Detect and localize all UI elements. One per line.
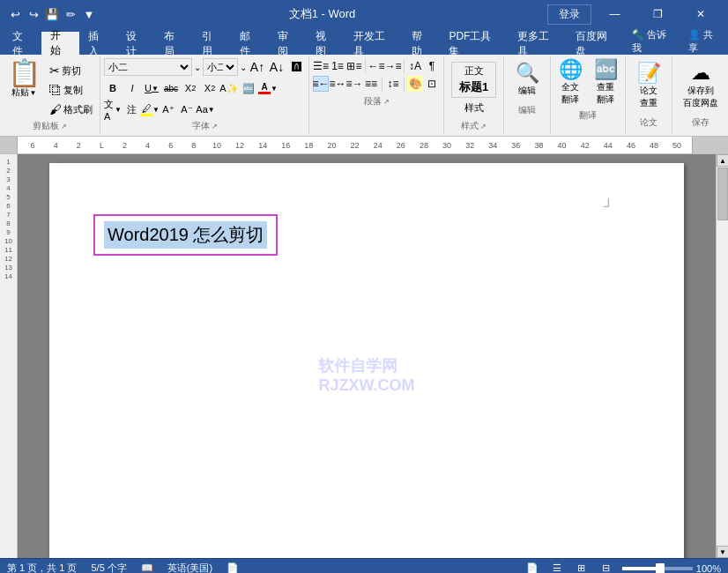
share-button[interactable]: 👤 共享	[681, 28, 728, 55]
font-color-indicator: A	[258, 82, 271, 94]
tab-file[interactable]: 文件	[4, 33, 41, 55]
close-button[interactable]: ✕	[681, 0, 721, 28]
copy-button[interactable]: ⿻ 复制	[46, 81, 96, 99]
page[interactable]: 软件自学网RJZXW.COM ┘ Word2019 怎么剪切	[49, 163, 684, 558]
titlebar-right: 登录 — ❐ ✕	[547, 0, 721, 28]
clear-format-button[interactable]: 🅰	[287, 58, 305, 76]
shading-button[interactable]: 🎨	[407, 76, 423, 92]
italic-button[interactable]: I	[123, 79, 141, 97]
document-title: 文档1 - Word	[289, 6, 356, 22]
format-painter-label: 格式刷	[63, 103, 93, 116]
bold-button[interactable]: B	[104, 79, 122, 97]
highlight-color-button[interactable]: 🖊 ▼	[141, 100, 159, 118]
document-area[interactable]: 软件自学网RJZXW.COM ┘ Word2019 怎么剪切	[18, 154, 716, 558]
strikethrough-button[interactable]: abc	[162, 79, 180, 97]
full-translate-button[interactable]: 🌐 全文翻译	[554, 58, 586, 108]
convert-case-btn[interactable]: Aa ▼	[197, 100, 214, 118]
text-effect-button[interactable]: A✨	[220, 79, 238, 97]
line-spacing-button[interactable]: ↕≡	[385, 76, 401, 92]
align-right-button[interactable]: ≡→	[346, 76, 362, 92]
read-view-button[interactable]: 📄	[524, 562, 541, 574]
font-increase-button[interactable]: A↑	[249, 58, 266, 76]
show-marks-button[interactable]: ¶	[424, 58, 440, 74]
superscript-button[interactable]: X2	[201, 79, 219, 97]
tab-devtools[interactable]: 开发工具	[345, 33, 403, 55]
justify-button[interactable]: ≡≡	[363, 76, 379, 92]
word-count: 5/5 个字	[91, 562, 126, 573]
bullets-button[interactable]: ☰≡	[313, 58, 329, 74]
tab-design[interactable]: 设计	[117, 33, 155, 55]
tab-home[interactable]: 开始	[41, 32, 79, 55]
quick-access-more[interactable]: ▼	[81, 6, 97, 22]
watermark: 软件自学网RJZXW.COM	[318, 355, 414, 395]
cut-button[interactable]: ✂ 剪切	[46, 62, 96, 79]
tab-help[interactable]: 帮助	[403, 33, 441, 55]
scroll-down-arrow[interactable]: ▼	[717, 546, 728, 558]
redo-button[interactable]: ↪	[26, 6, 41, 22]
tell-me[interactable]: 🔦 告诉我	[625, 28, 681, 55]
tab-more[interactable]: 更多工具	[509, 33, 567, 55]
align-left-button[interactable]: ≡←	[313, 76, 329, 92]
undo-button[interactable]: ↩	[7, 6, 23, 22]
font-size-dec2[interactable]: A⁻	[178, 100, 196, 118]
pinyin-btn[interactable]: 注	[123, 100, 140, 118]
scroll-thumb[interactable]	[717, 167, 728, 220]
ruler-num: 38	[527, 141, 550, 150]
save-baidu-button[interactable]: ☁ 保存到百度网盘	[680, 62, 722, 111]
sort-button[interactable]: ↕A	[407, 58, 423, 74]
align-center-button[interactable]: ≡↔	[330, 76, 345, 92]
selected-text[interactable]: Word2019 怎么剪切	[104, 221, 267, 249]
zoom-slider[interactable]	[622, 567, 693, 570]
scroll-up-arrow[interactable]: ▲	[717, 154, 728, 167]
tab-view[interactable]: 视图	[307, 33, 345, 55]
styles-expand-icon[interactable]: ↗	[480, 123, 487, 130]
clipboard-expand-icon[interactable]: ↗	[61, 123, 67, 130]
paper-check-button[interactable]: 📝 论文查重	[633, 62, 665, 111]
indent-increase-button[interactable]: →≡	[385, 58, 401, 74]
paragraph-expand-icon[interactable]: ↗	[383, 98, 390, 106]
numbering-button[interactable]: 1≡	[330, 58, 345, 74]
indent-decrease-button[interactable]: ←≡	[368, 58, 384, 74]
font-color-button[interactable]: A ▼	[259, 79, 277, 97]
v-ruler-num: 8	[6, 220, 10, 227]
web-view-button[interactable]: ⊞	[573, 562, 591, 574]
editing-button[interactable]: 🔍 编辑	[511, 62, 543, 99]
vertical-scrollbar[interactable]: ▲ ▼	[716, 154, 728, 558]
underline-button[interactable]: U ▼	[143, 79, 160, 97]
tab-review[interactable]: 审阅	[269, 33, 307, 55]
subscript-button[interactable]: X2	[182, 79, 199, 97]
maximize-button[interactable]: ❐	[638, 0, 678, 28]
font-expand-icon[interactable]: ↗	[212, 123, 218, 130]
styles-panel[interactable]: 正文 标题1	[451, 62, 496, 98]
scroll-track[interactable]	[717, 167, 728, 546]
auto-save-button[interactable]: ✏	[63, 6, 78, 22]
tab-insert[interactable]: 插入	[79, 33, 117, 55]
font-size-select[interactable]: 小二	[203, 58, 238, 76]
tab-layout[interactable]: 布局	[155, 33, 193, 55]
borders-button[interactable]: ⊡	[424, 76, 440, 92]
heading-style[interactable]: 标题1	[459, 79, 488, 95]
tab-references[interactable]: 引用	[193, 33, 231, 55]
format-painter-button[interactable]: 🖌 格式刷	[46, 100, 96, 118]
paste-button[interactable]: 📋 粘贴 ▼	[4, 58, 44, 100]
minimize-button[interactable]: —	[595, 0, 635, 28]
font-size-inc2[interactable]: A⁺	[160, 100, 177, 118]
font-style-btn[interactable]: 文A ▼	[104, 100, 122, 118]
save-quick-button[interactable]: 💾	[44, 6, 60, 22]
para-row-2: ≡← ≡↔ ≡→ ≡≡ ↕≡ 🎨 ⊡	[313, 76, 440, 92]
normal-style[interactable]: 正文	[459, 64, 488, 78]
print-view-button[interactable]: ☰	[548, 562, 566, 574]
zoom-thumb[interactable]	[656, 563, 665, 574]
tab-mail[interactable]: 邮件	[231, 33, 269, 55]
tab-pdf[interactable]: PDF工具集	[440, 33, 508, 55]
login-button[interactable]: 登录	[547, 4, 591, 25]
font-decrease-button[interactable]: A↓	[268, 58, 286, 76]
ruler-num: 36	[504, 141, 527, 150]
multilevel-list-button[interactable]: ⊞≡	[346, 58, 362, 74]
outline-view-button[interactable]: ⊟	[598, 562, 615, 574]
tab-baidu[interactable]: 百度网盘	[567, 33, 625, 55]
styles-button[interactable]: 样式	[464, 101, 484, 115]
selected-translate-button[interactable]: 🔤 查重翻译	[590, 58, 621, 108]
char-shade-button[interactable]: 🔤	[240, 79, 257, 97]
font-name-select[interactable]: 小二	[104, 58, 192, 76]
